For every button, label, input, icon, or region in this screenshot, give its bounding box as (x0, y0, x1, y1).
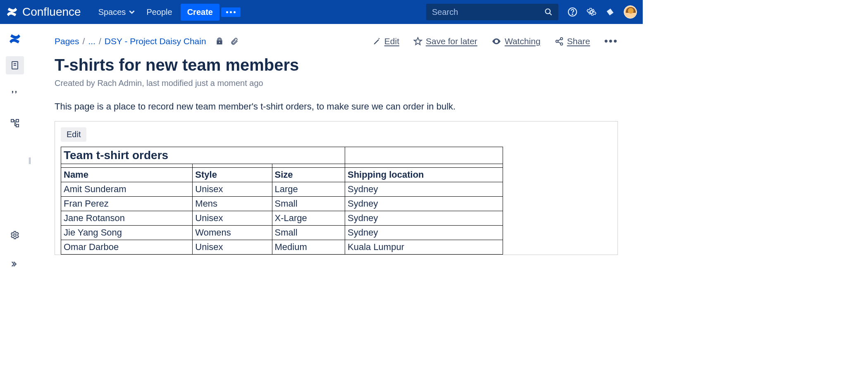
breadcrumb-parent[interactable]: DSY - Project Daisy Chain (105, 36, 206, 46)
search-box[interactable] (426, 4, 558, 20)
table-cell: Sydney (345, 182, 503, 197)
page-more-actions[interactable]: ••• (604, 35, 618, 48)
table-title: Team t-shirt orders (61, 147, 345, 164)
sidebar-page-tree[interactable] (6, 114, 24, 132)
nav-people-label: People (146, 7, 172, 17)
edit-action[interactable]: Edit (373, 36, 399, 46)
page-content: Pages / ... / DSY - Project Daisy Chain … (30, 24, 643, 282)
share-action[interactable]: Share (555, 36, 590, 46)
table-cell: Jie Yang Song (61, 226, 193, 240)
table-row: Omar DarboeUnisexMediumKuala Lumpur (61, 240, 503, 255)
table-cell: Unisex (193, 211, 272, 226)
breadcrumb-sep: / (99, 36, 101, 46)
table-cell: Small (272, 197, 345, 211)
sidebar-pages[interactable] (6, 56, 24, 74)
table-row: Jane RotansonUnisexX-LargeSydney (61, 211, 503, 226)
svg-point-4 (590, 11, 593, 13)
svg-point-3 (572, 14, 573, 15)
table-cell: Sydney (345, 197, 503, 211)
svg-point-13 (219, 42, 220, 43)
svg-rect-8 (11, 119, 14, 122)
star-icon (413, 37, 422, 46)
watching-action[interactable]: Watching (491, 36, 541, 46)
page-intro: This page is a place to record new team … (55, 101, 618, 112)
table-cell: Kuala Lumpur (345, 240, 503, 255)
table-cell: Large (272, 182, 345, 197)
table-row: Amit SunderamUnisexLargeSydney (61, 182, 503, 197)
create-button-label: Create (187, 7, 213, 17)
restrictions-icon[interactable] (215, 37, 224, 45)
help-icon[interactable] (568, 7, 577, 17)
search-input[interactable] (432, 7, 544, 17)
nav-spaces[interactable]: Spaces (93, 4, 141, 20)
svg-point-16 (560, 37, 563, 40)
svg-point-0 (546, 9, 551, 14)
col-style: Style (193, 168, 272, 182)
table-cell: Fran Perez (61, 197, 193, 211)
app-header: Confluence Spaces People Create (0, 0, 643, 24)
breadcrumb-ellipsis[interactable]: ... (88, 36, 95, 46)
settings-icon[interactable] (587, 7, 596, 17)
share-label: Share (567, 36, 590, 46)
svg-rect-9 (16, 119, 19, 122)
space-logo-icon[interactable] (8, 32, 21, 45)
sidebar-blog[interactable] (6, 85, 24, 103)
table-cell: Jane Rotanson (61, 211, 193, 226)
nav-spaces-label: Spaces (98, 7, 126, 17)
pencil-icon (373, 37, 381, 45)
search-icon[interactable] (544, 8, 553, 16)
user-avatar[interactable] (624, 5, 637, 19)
svg-line-19 (558, 42, 560, 43)
table-row: Jie Yang SongWomensSmallSydney (61, 226, 503, 240)
table-cell: Unisex (193, 182, 272, 197)
svg-point-17 (560, 43, 563, 45)
table-header-row: Name Style Size Shipping location (61, 168, 503, 182)
brand[interactable]: Confluence (6, 5, 81, 19)
confluence-logo-icon (6, 6, 18, 18)
left-sidebar: ‖ (0, 24, 30, 282)
attachments-icon[interactable] (230, 37, 238, 45)
create-more-button[interactable] (221, 7, 241, 17)
panel-edit-button[interactable]: Edit (61, 127, 86, 142)
table-cell: Mens (193, 197, 272, 211)
page-actions: Edit Save for later Watching Share ••• (373, 35, 618, 48)
table-cell: Womens (193, 226, 272, 240)
page-title: T-shirts for new team members (55, 56, 618, 74)
chevron-down-icon (129, 9, 135, 15)
edit-label: Edit (384, 36, 399, 46)
table-cell: Sydney (345, 211, 503, 226)
macro-panel: Edit Team t-shirt orders Name Style Size… (55, 121, 618, 255)
watching-label: Watching (505, 36, 541, 46)
page-byline: Created by Rach Admin, last modified jus… (55, 79, 618, 88)
table-cell: X-Large (272, 211, 345, 226)
brand-label: Confluence (22, 5, 81, 19)
table-cell: Unisex (193, 240, 272, 255)
nav-people[interactable]: People (141, 4, 178, 20)
save-for-later-label: Save for later (426, 36, 477, 46)
breadcrumb-row: Pages / ... / DSY - Project Daisy Chain … (55, 35, 618, 48)
notifications-icon[interactable] (606, 7, 615, 17)
eye-icon (491, 36, 501, 46)
table-cell: Omar Darboe (61, 240, 193, 255)
sidebar-collapse-handle[interactable]: ‖ (28, 156, 31, 164)
table-cell: Sydney (345, 226, 503, 240)
col-size: Size (272, 168, 345, 182)
svg-point-11 (14, 234, 16, 236)
save-for-later-action[interactable]: Save for later (413, 36, 477, 46)
breadcrumb-pages[interactable]: Pages (55, 36, 79, 46)
svg-point-14 (496, 40, 497, 42)
sidebar-expand[interactable] (6, 255, 24, 273)
share-icon (555, 37, 564, 46)
col-shipping: Shipping location (345, 168, 503, 182)
svg-rect-10 (16, 124, 19, 127)
table-cell: Amit Sunderam (61, 182, 193, 197)
table-cell: Small (272, 226, 345, 240)
svg-line-18 (558, 39, 560, 40)
svg-line-1 (550, 13, 552, 15)
table-row: Fran PerezMensSmallSydney (61, 197, 503, 211)
sidebar-space-settings[interactable] (6, 226, 24, 244)
create-button[interactable]: Create (181, 4, 219, 21)
col-name: Name (61, 168, 193, 182)
breadcrumb-sep: / (83, 36, 85, 46)
svg-point-15 (556, 40, 558, 43)
